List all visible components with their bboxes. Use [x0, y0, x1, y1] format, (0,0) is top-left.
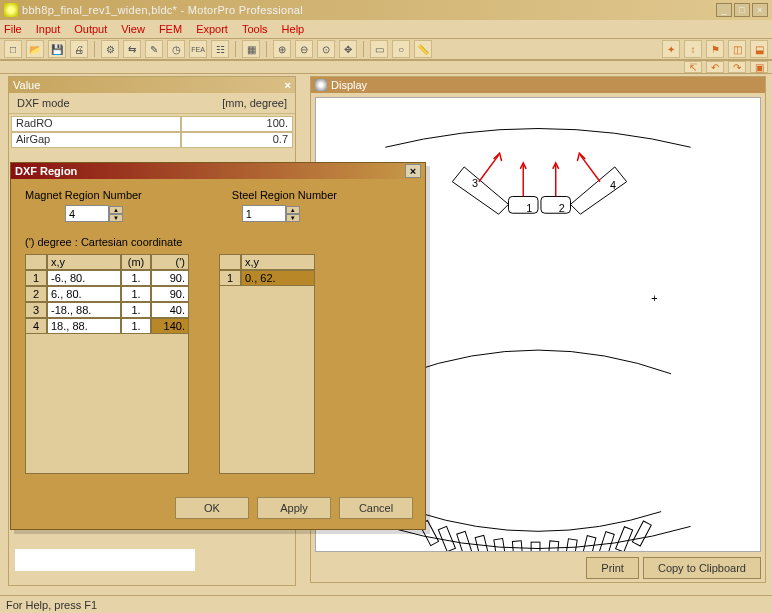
value-panel-close-icon[interactable]: ×	[285, 79, 291, 91]
tool-icon[interactable]: ◫	[728, 40, 746, 58]
svg-rect-1	[541, 196, 571, 213]
undo-icon[interactable]: ↶	[706, 61, 724, 73]
value-panel-header: Value ×	[9, 77, 295, 93]
tool-icon[interactable]: ◷	[167, 40, 185, 58]
menu-file[interactable]: File	[4, 23, 22, 35]
spin-down-icon[interactable]: ▼	[109, 214, 123, 222]
cancel-button[interactable]: Cancel	[339, 497, 413, 519]
spin-down-icon[interactable]: ▼	[286, 214, 300, 222]
new-icon[interactable]: □	[4, 40, 22, 58]
value-subtitle-left: DXF mode	[17, 97, 70, 109]
dxf-region-dialog: DXF Region × Magnet Region Number ▲ ▼ St…	[10, 162, 426, 530]
pan-icon[interactable]: ✥	[339, 40, 357, 58]
table-row[interactable]: 3 -18., 88. 1. 40.	[25, 302, 189, 318]
svg-rect-17	[616, 527, 633, 551]
dialog-title: DXF Region	[15, 165, 77, 177]
svg-rect-15	[582, 536, 596, 551]
tool-icon[interactable]: ⇆	[123, 40, 141, 58]
tool-icon[interactable]: ✦	[662, 40, 680, 58]
menu-bar: File Input Output View FEM Export Tools …	[0, 20, 772, 38]
value-val: 100.	[181, 116, 293, 132]
col-xy: x,y	[47, 254, 121, 270]
tool-icon[interactable]: ↕	[684, 40, 702, 58]
zoom-out-icon[interactable]: ⊖	[295, 40, 313, 58]
fea-icon[interactable]: FEA	[189, 40, 207, 58]
menu-fem[interactable]: FEM	[159, 23, 182, 35]
spin-up-icon[interactable]: ▲	[286, 206, 300, 214]
sub-toolbar: ↸ ↶ ↷ ▣	[0, 60, 772, 74]
col-xy: x,y	[241, 254, 315, 270]
copy-clipboard-button[interactable]: Copy to Clipboard	[643, 557, 761, 579]
menu-tools[interactable]: Tools	[242, 23, 268, 35]
display-icon	[315, 79, 327, 91]
tool-icon[interactable]: ▣	[750, 61, 768, 73]
tool-icon[interactable]: ⬓	[750, 40, 768, 58]
menu-view[interactable]: View	[121, 23, 145, 35]
magnet-region-input[interactable]	[65, 205, 109, 222]
table-row[interactable]: 1 0., 62.	[219, 270, 315, 286]
menu-output[interactable]: Output	[74, 23, 107, 35]
shape-icon[interactable]: ▭	[370, 40, 388, 58]
magnet-region-label: Magnet Region Number	[25, 189, 142, 201]
marker-1: 1	[526, 202, 532, 214]
redo-icon[interactable]: ↷	[728, 61, 746, 73]
svg-line-4	[479, 155, 499, 182]
apply-button[interactable]: Apply	[257, 497, 331, 519]
marker-4: 4	[610, 179, 616, 191]
marker-2: 2	[559, 202, 565, 214]
value-val: 0.7	[181, 132, 293, 148]
arrow-left-icon[interactable]: ↸	[684, 61, 702, 73]
value-key: AirGap	[11, 132, 181, 148]
magnet-table: x,y (m) (') 1 -6., 80. 1. 90. 2 6., 80. …	[25, 254, 189, 474]
menu-export[interactable]: Export	[196, 23, 228, 35]
svg-rect-11	[512, 541, 523, 551]
save-icon[interactable]: 💾	[48, 40, 66, 58]
maximize-button[interactable]: □	[734, 3, 750, 17]
status-bar: For Help, press F1	[0, 595, 772, 613]
window-title: bbh8p_final_rev1_widen,bldc* - MotorPro …	[22, 4, 716, 16]
print-button[interactable]: Print	[586, 557, 639, 579]
value-row[interactable]: RadRO 100.	[11, 116, 293, 132]
print-icon[interactable]: 🖨	[70, 40, 88, 58]
menu-input[interactable]: Input	[36, 23, 60, 35]
value-panel-title: Value	[13, 79, 40, 91]
menu-help[interactable]: Help	[282, 23, 305, 35]
value-subtitle-right: [mm, degree]	[222, 97, 287, 109]
dialog-title-bar[interactable]: DXF Region ×	[11, 163, 425, 179]
grid-icon[interactable]: ▦	[242, 40, 260, 58]
tool-icon[interactable]: ⚙	[101, 40, 119, 58]
display-header: Display	[311, 77, 765, 93]
spin-up-icon[interactable]: ▲	[109, 206, 123, 214]
coordinate-note: (') degree : Cartesian coordinate	[25, 236, 411, 248]
svg-rect-7	[438, 526, 455, 551]
svg-rect-8	[457, 531, 473, 551]
ruler-icon[interactable]: 📏	[414, 40, 432, 58]
svg-line-5	[580, 155, 600, 182]
close-button[interactable]: ×	[752, 3, 768, 17]
table-row[interactable]: 2 6., 80. 1. 90.	[25, 286, 189, 302]
svg-rect-13	[548, 541, 559, 551]
tab-area[interactable]	[15, 549, 195, 571]
steel-region-input[interactable]	[242, 205, 286, 222]
circle-icon[interactable]: ○	[392, 40, 410, 58]
table-row[interactable]: 4 18., 88. 1. 140.	[25, 318, 189, 334]
tool-icon[interactable]: ✎	[145, 40, 163, 58]
minimize-button[interactable]: _	[716, 3, 732, 17]
svg-rect-14	[565, 539, 577, 551]
app-icon	[4, 3, 18, 17]
dialog-close-icon[interactable]: ×	[405, 164, 421, 178]
tool-icon[interactable]: ☷	[211, 40, 229, 58]
svg-rect-0	[508, 196, 538, 213]
value-key: RadRO	[11, 116, 181, 132]
flag-icon[interactable]: ⚑	[706, 40, 724, 58]
table-row[interactable]: 1 -6., 80. 1. 90.	[25, 270, 189, 286]
main-toolbar: □ 📂 💾 🖨 ⚙ ⇆ ✎ ◷ FEA ☷ ▦ ⊕ ⊖ ⊙ ✥ ▭ ○ 📏 ✦ …	[0, 38, 772, 60]
svg-rect-10	[494, 539, 506, 551]
title-bar: bbh8p_final_rev1_widen,bldc* - MotorPro …	[0, 0, 772, 20]
zoom-fit-icon[interactable]: ⊙	[317, 40, 335, 58]
value-row[interactable]: AirGap 0.7	[11, 132, 293, 148]
svg-rect-12	[531, 542, 540, 551]
zoom-in-icon[interactable]: ⊕	[273, 40, 291, 58]
ok-button[interactable]: OK	[175, 497, 249, 519]
open-icon[interactable]: 📂	[26, 40, 44, 58]
